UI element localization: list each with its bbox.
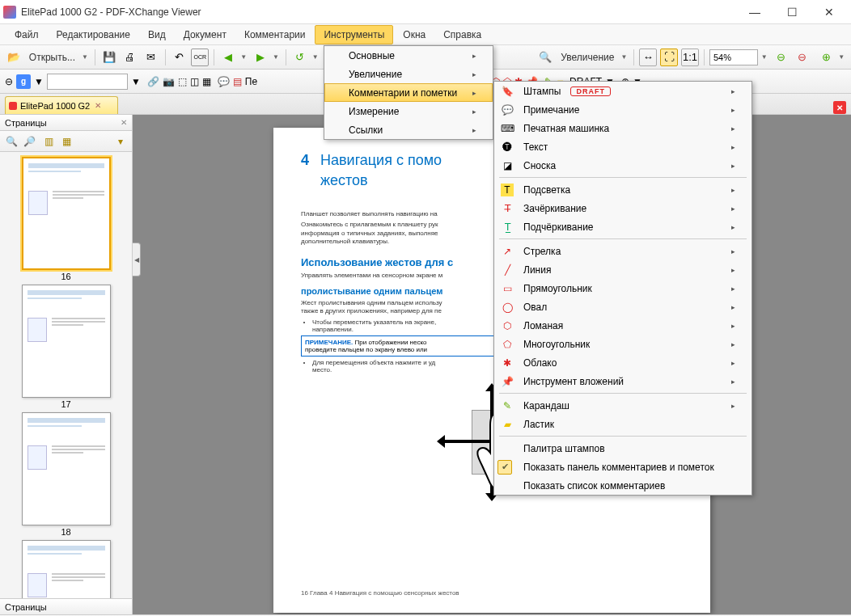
zoom-in-thumb-icon[interactable]: 🔍 bbox=[3, 133, 19, 150]
comments-submenu: 🔖ШтампыDRAFT▸💬Примечание▸⌨Печатная машин… bbox=[493, 81, 752, 496]
menu-вид[interactable]: Вид bbox=[140, 26, 174, 44]
fit-width-icon[interactable]: ↔ bbox=[639, 49, 657, 66]
menu-комментарии[interactable]: Комментарии bbox=[236, 26, 314, 44]
menu-item-3[interactable]: Измерение▸ bbox=[324, 102, 493, 120]
menu-item-0[interactable]: Основные▸ bbox=[324, 46, 493, 65]
panel-menu-icon[interactable]: ▾ bbox=[112, 133, 129, 150]
submenu-item[interactable]: ✱Облако▸ bbox=[494, 353, 752, 372]
thumbnail-page-17[interactable]: 17 bbox=[20, 285, 112, 409]
menu-инструменты[interactable]: Инструменты bbox=[315, 25, 393, 44]
minimize-button[interactable]: — bbox=[736, 0, 773, 24]
document-tab[interactable]: ElitePad 1000 G2 ✕ bbox=[5, 96, 118, 114]
actual-size-icon[interactable]: 1:1 bbox=[681, 49, 699, 66]
select-icon[interactable]: ⬚ bbox=[178, 76, 187, 87]
submenu-item[interactable]: ⌨Печатная машинка▸ bbox=[494, 119, 752, 137]
close-button[interactable]: ✕ bbox=[811, 0, 848, 24]
undo-icon[interactable]: ↶ bbox=[171, 49, 188, 66]
add-icon[interactable]: ⊕ bbox=[817, 49, 835, 66]
submenu-item[interactable]: ⬠Многоугольник▸ bbox=[494, 335, 752, 353]
chapter-title: Навигация с помо bbox=[320, 152, 442, 168]
zoom-in-icon[interactable]: ⊖ bbox=[793, 49, 811, 66]
zoom-out-thumb-icon[interactable]: 🔎 bbox=[21, 133, 37, 150]
submenu-item[interactable]: Палитра штампов bbox=[494, 439, 752, 458]
thumbnail-page-16[interactable]: 16 bbox=[20, 157, 112, 281]
menu-окна[interactable]: Окна bbox=[395, 26, 434, 44]
thumbnail-page-18[interactable]: 18 bbox=[20, 412, 112, 537]
close-all-tabs-button[interactable]: ✕ bbox=[833, 101, 846, 114]
panel-title: Страницы bbox=[5, 118, 47, 128]
search-field[interactable] bbox=[47, 74, 128, 90]
titlebar: ElitePad 1000 G2 - PDF-XChange Viewer — … bbox=[0, 0, 851, 24]
save-icon[interactable]: 💾 bbox=[100, 49, 118, 66]
chapter-number: 4 bbox=[301, 152, 320, 169]
sidebar-collapse-handle[interactable]: ◀ bbox=[133, 243, 141, 276]
panel-header: Страницы ✕ bbox=[0, 115, 132, 131]
tools-menu: Основные▸Увеличение▸Комментарии и пометк… bbox=[324, 45, 493, 140]
open-dropdown[interactable]: ▼ bbox=[82, 53, 90, 61]
submenu-item[interactable]: ▭Прямоугольник▸ bbox=[494, 279, 752, 297]
menubar: ФайлРедактированиеВидДокументКомментарии… bbox=[0, 24, 851, 45]
submenu-item[interactable]: Показать список комментариев bbox=[494, 476, 752, 495]
chapter-subtitle: жестов bbox=[320, 172, 368, 188]
submenu-item[interactable]: T̲Подчёркивание▸ bbox=[494, 217, 752, 236]
thumbnails-panel: Страницы ✕ 🔍 🔎 ▥ ▦ ▾ 16171819 Страницы bbox=[0, 115, 133, 614]
submenu-item[interactable]: ╱Линия▸ bbox=[494, 260, 752, 279]
panel-footer[interactable]: Страницы bbox=[0, 598, 132, 614]
maximize-button[interactable]: ☐ bbox=[773, 0, 811, 24]
rotate-ccw-icon[interactable]: ↺ bbox=[291, 49, 309, 66]
submenu-item[interactable]: ◯Овал▸ bbox=[494, 297, 752, 316]
submenu-item[interactable]: T̶Зачёркивание▸ bbox=[494, 199, 752, 217]
menu-справка[interactable]: Справка bbox=[435, 26, 489, 44]
zoom-icon[interactable]: 🔍 bbox=[536, 49, 554, 66]
submenu-item[interactable]: ▰Ластик bbox=[494, 415, 752, 433]
thumbnails-list[interactable]: 16171819 bbox=[0, 152, 132, 598]
zoom-out-icon[interactable]: ⊖ bbox=[773, 49, 790, 66]
submenu-item[interactable]: 📌Инструмент вложений▸ bbox=[494, 372, 752, 390]
menu-редактирование[interactable]: Редактирование bbox=[49, 26, 138, 44]
open-icon[interactable]: 📂 bbox=[5, 49, 23, 66]
submenu-item[interactable]: ◪Сноска▸ bbox=[494, 156, 752, 175]
select3-icon[interactable]: ▦ bbox=[202, 76, 211, 87]
submenu-item[interactable]: ↗Стрелка▸ bbox=[494, 242, 752, 260]
pe-label: Пе bbox=[245, 76, 257, 87]
forward-icon[interactable]: ▶ bbox=[252, 49, 269, 66]
submenu-item[interactable]: ✔Показать панель комментариев и пометок bbox=[494, 458, 752, 476]
panel-toolbar: 🔍 🔎 ▥ ▦ ▾ bbox=[0, 131, 132, 152]
ocr-icon[interactable]: OCR bbox=[191, 49, 209, 66]
submenu-item[interactable]: ⬡Ломаная▸ bbox=[494, 316, 752, 335]
link-icon[interactable]: 🔗 bbox=[147, 76, 159, 87]
zoom-input[interactable]: 54% bbox=[709, 49, 758, 65]
thumb-opt2-icon[interactable]: ▦ bbox=[58, 133, 74, 150]
menu-item-1[interactable]: Увеличение▸ bbox=[324, 65, 493, 83]
submenu-item[interactable]: 💬Примечание▸ bbox=[494, 100, 752, 119]
email-icon[interactable]: ✉ bbox=[142, 49, 160, 66]
google-icon[interactable]: g bbox=[16, 74, 31, 89]
tab-close-icon[interactable]: ✕ bbox=[95, 101, 101, 110]
comment-icon[interactable]: 💬 bbox=[218, 76, 230, 87]
page-footer: 16 Глава 4 Навигация с помощью сенсорных… bbox=[301, 589, 459, 597]
zoom-label[interactable]: Увеличение bbox=[557, 52, 617, 63]
window-title: ElitePad 1000 G2 - PDF-XChange Viewer bbox=[21, 6, 736, 18]
back-icon[interactable]: ◀ bbox=[219, 49, 237, 66]
tab-label: ElitePad 1000 G2 bbox=[20, 101, 90, 111]
app-icon bbox=[3, 6, 16, 19]
submenu-item[interactable]: ✎Карандаш▸ bbox=[494, 396, 752, 415]
print-icon[interactable]: 🖨 bbox=[121, 49, 139, 66]
submenu-item[interactable]: 🅣Текст▸ bbox=[494, 137, 752, 156]
camera-icon[interactable]: 📷 bbox=[163, 76, 175, 87]
search-back-icon[interactable]: ⊖ bbox=[5, 76, 13, 87]
select2-icon[interactable]: ◫ bbox=[190, 76, 199, 87]
thumbnail-page-19[interactable]: 19 bbox=[20, 540, 112, 598]
menu-item-2[interactable]: Комментарии и пометки▸ bbox=[324, 83, 493, 102]
text-icon[interactable]: ▤ bbox=[233, 76, 242, 87]
panel-close-icon[interactable]: ✕ bbox=[121, 118, 127, 127]
submenu-item[interactable]: 🔖ШтампыDRAFT▸ bbox=[494, 82, 752, 100]
submenu-item[interactable]: TПодсветка▸ bbox=[494, 180, 752, 199]
thumb-opt1-icon[interactable]: ▥ bbox=[40, 133, 57, 150]
menu-item-4[interactable]: Ссылки▸ bbox=[324, 120, 493, 139]
open-button[interactable]: Открыть... bbox=[26, 52, 78, 63]
menu-файл[interactable]: Файл bbox=[6, 26, 47, 44]
menu-документ[interactable]: Документ bbox=[176, 26, 235, 44]
fit-page-icon[interactable]: ⛶ bbox=[660, 49, 678, 66]
